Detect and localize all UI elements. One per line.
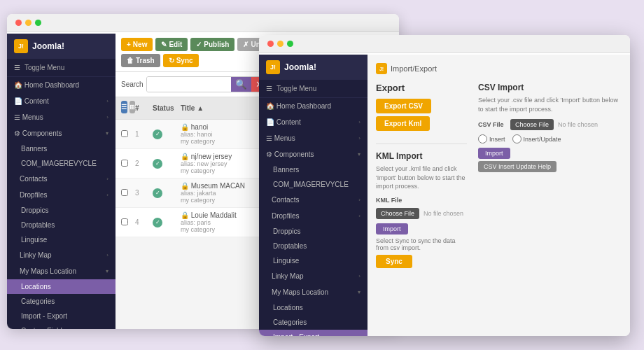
search-label: Search [121,80,144,88]
csv-radio-group: Insert Insert/Update [478,134,622,144]
overlay-sub-com-imagerevycle[interactable]: COM_IMAGEREVYCLE [259,177,368,192]
export-csv-button[interactable]: Export CSV [376,99,431,113]
overlay-sidebar-item-linky-map[interactable]: Linky Map› [259,268,368,284]
csv-import-title: CSV Import [478,83,622,92]
overlay-sidebar-item-components[interactable]: ⚙ Components▾ [259,146,368,162]
overlay-sub-locations[interactable]: Locations [259,300,368,315]
sidebar-item-menus[interactable]: ☰ Menus› [7,109,115,125]
chrome-dot-green[interactable] [35,20,41,26]
overlay-app-name: Joomla! [284,62,316,72]
overlay-sub-categories[interactable]: Categories [259,315,368,330]
overlay-sidebar-item-my-maps-location[interactable]: My Maps Location▾ [259,284,368,300]
overlay-sidebar: J! Joomla! ☰ Toggle Menu 🏠 Home Dashboar… [259,55,368,336]
sidebar-item-dropfiles[interactable]: Dropfiles› [7,187,115,203]
sidebar-sub-locations[interactable]: Locations [7,279,115,294]
csv-file-label-row: CSV File Choose File No file chosen [478,119,622,130]
status-published-icon: ✓ [153,159,162,169]
sidebar-logo: J! Joomla! [7,34,115,59]
overlay-sub-banners[interactable]: Banners [259,162,368,177]
overlay-sub-import-export[interactable]: Import - Export [259,330,368,336]
sidebar-item-contacts[interactable]: Contacts› [7,171,115,187]
csv-choose-file-button[interactable]: Choose File [510,119,554,130]
sidebar-sub-banners[interactable]: Banners [7,141,115,156]
chrome-dot-yellow[interactable] [25,20,31,26]
kml-file-row: KML File [376,197,467,204]
csv-import-button[interactable]: Import [478,148,510,159]
sidebar-sub-com-imagerevycle[interactable]: COM_IMAGEREVYCLE [7,156,115,171]
sidebar-toggle-menu[interactable]: ☰ Toggle Menu [7,59,115,77]
edit-button[interactable]: ✎ Edit [155,38,188,51]
window-chrome [7,14,399,32]
kml-file-label: KML File [376,197,404,204]
table-col-status: Status [153,104,181,112]
row-checkbox[interactable] [121,218,128,225]
import-export-header: J! Import/Export [376,63,622,74]
overlay-sidebar-item-contacts[interactable]: Contacts› [259,192,368,208]
trash-button[interactable]: 🗑 Trash [121,54,160,67]
sidebar-sub-linguise[interactable]: Linguise [7,232,115,247]
publish-button[interactable]: ✓ Publish [190,38,234,51]
overlay-sub-linguise[interactable]: Linguise [259,253,368,268]
import-export-layout: Export Export CSV Export Kml KML Import … [376,83,622,268]
unpublish-icon: ✗ [243,41,248,48]
csv-import-desc: Select your .csv file and click 'Import'… [478,96,622,113]
overlay-sidebar-item-content[interactable]: 📄 Content› [259,114,368,130]
sidebar-item-my-maps-location[interactable]: My Maps Location▾ [7,263,115,279]
sidebar-sub-custom-fields[interactable]: Custom Fields [7,323,115,329]
export-title: Export [376,83,467,93]
overlay-sub-droppics[interactable]: Droppics [259,224,368,239]
kml-choose-file-button[interactable]: Choose File [376,208,419,219]
radio-insert-label[interactable]: Insert [478,134,505,144]
row-checkbox[interactable] [121,189,128,196]
kml-import-title: KML Import [376,151,467,161]
overlay-sidebar-item-dropfiles[interactable]: Dropfiles› [259,208,368,224]
overlay-sub-droptables[interactable]: Droptables [259,239,368,253]
radio-insert-update[interactable] [512,134,522,144]
sync-button[interactable]: ↻ Sync [163,54,199,67]
sidebar-sub-import-export[interactable]: Import - Export [7,309,115,323]
kml-file-chooser-row: Choose File No file chosen [376,208,467,219]
publish-icon: ✓ [196,41,202,48]
edit-icon: ✎ [161,41,167,48]
sidebar-item-linky-map[interactable]: Linky Map› [7,247,115,263]
kml-import-button[interactable]: Import [376,223,408,234]
table-col-checkbox: ☰ ⊞ [121,101,135,115]
kml-import-desc: Select your .kml file and click 'Import'… [376,164,467,191]
row-checkbox[interactable] [121,130,128,137]
new-button[interactable]: + New [121,38,153,51]
search-submit-button[interactable]: 🔍 [231,77,251,92]
view-grid-icon[interactable]: ⊞ [130,101,136,113]
sidebar-app-name: Joomla! [32,41,64,51]
overlay-chrome-dot-yellow[interactable] [277,41,284,47]
search-input-wrap: 🔍 ✕ [146,76,268,92]
kml-sync-desc: Select Sync to sync the data from csv im… [376,237,467,251]
table-col-num: # [135,104,153,112]
chrome-dot-red[interactable] [15,20,22,26]
overlay-sidebar-item-home[interactable]: 🏠 Home Dashboard [259,98,368,114]
kml-sync-button[interactable]: Sync [376,255,412,268]
sidebar-item-components[interactable]: ⚙ Components▾ [7,125,115,141]
search-input[interactable] [147,77,231,92]
view-list-icon[interactable]: ☰ [121,101,127,113]
sidebar-sub-droptables[interactable]: Droptables [7,218,115,232]
sync-icon: ↻ [169,57,174,64]
overlay-toggle-menu[interactable]: ☰ Toggle Menu [259,80,368,98]
joomla-logo-icon: J! [14,39,28,53]
overlay-chrome-dot-red[interactable] [267,41,274,47]
sidebar-item-home[interactable]: 🏠 Home Dashboard [7,77,115,93]
sidebar-sub-droppics[interactable]: Droppics [7,203,115,218]
radio-insert-update-label[interactable]: Insert/Update [512,134,561,144]
row-checkbox[interactable] [121,160,128,167]
overlay-window: J! Joomla! ☰ Toggle Menu 🏠 Home Dashboar… [259,35,630,336]
overlay-sidebar-item-menus[interactable]: ☰ Menus› [259,130,368,146]
status-published-icon: ✓ [153,188,162,198]
radio-insert[interactable] [478,134,487,144]
sidebar-sub-categories[interactable]: Categories [7,294,115,309]
csv-import-section: CSV Import Select your .csv file and cli… [478,83,622,268]
overlay-chrome-dot-green[interactable] [287,41,293,47]
overlay-header-icon: J! [376,63,387,74]
sidebar-item-content[interactable]: 📄 Content› [7,93,115,109]
export-kml-button[interactable]: Export Kml [376,116,430,131]
left-panel: Export Export CSV Export Kml KML Import … [376,83,467,268]
csv-update-help-button[interactable]: CSV Insert Update Help [478,161,556,172]
